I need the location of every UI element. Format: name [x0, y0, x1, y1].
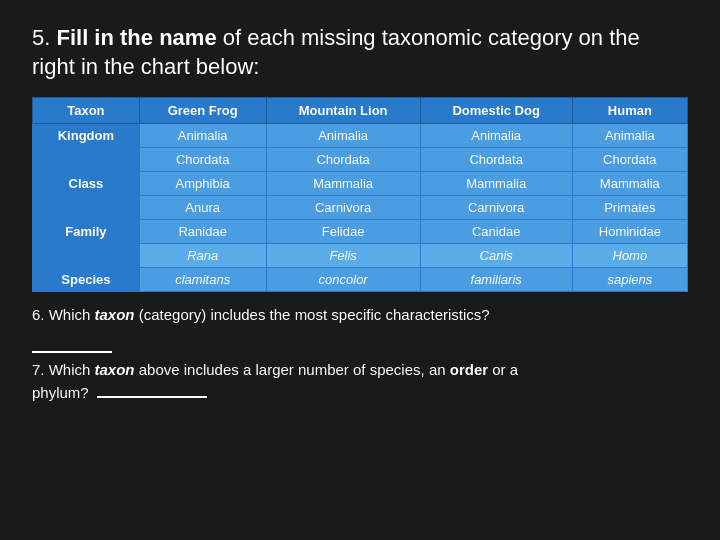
- table-row: AnuraCarnivoraCarnivoraPrimates: [33, 196, 688, 220]
- table-cell-value: clamitans: [139, 268, 266, 292]
- table-cell-value: Mammalia: [420, 172, 572, 196]
- taxonomy-table: Taxon Green Frog Mountain Lion Domestic …: [32, 97, 688, 292]
- table-cell-value: Hominidae: [572, 220, 687, 244]
- q6-number: 6.: [32, 306, 45, 323]
- col-header-mountain-lion: Mountain Lion: [266, 98, 420, 124]
- table-cell-value: Rana: [139, 244, 266, 268]
- table-cell-taxon: Family: [33, 220, 140, 244]
- table-cell-value: Animalia: [266, 124, 420, 148]
- col-header-human: Human: [572, 98, 687, 124]
- table-cell-value: Amphibia: [139, 172, 266, 196]
- table-cell-value: Canis: [420, 244, 572, 268]
- table-cell-taxon: [33, 196, 140, 220]
- table-cell-value: Ranidae: [139, 220, 266, 244]
- col-header-taxon: Taxon: [33, 98, 140, 124]
- table-cell-taxon: Class: [33, 172, 140, 196]
- question-7-line2: phylum?: [32, 384, 688, 401]
- table-cell-value: Anura: [139, 196, 266, 220]
- table-cell-value: Chordata: [266, 148, 420, 172]
- page-container: 5. Fill in the name of each missing taxo…: [32, 24, 688, 401]
- q6-blank-line: [32, 331, 688, 357]
- q6-taxon: taxon: [95, 306, 135, 323]
- table-cell-taxon: Species: [33, 268, 140, 292]
- title-number: 5.: [32, 25, 50, 50]
- table-cell-value: Animalia: [572, 124, 687, 148]
- q7-text-mid: above includes a larger number of specie…: [135, 361, 450, 378]
- table-row: RanaFelisCanisHomo: [33, 244, 688, 268]
- table-cell-value: Chordata: [572, 148, 687, 172]
- q7-text-or: or a: [488, 361, 518, 378]
- table-header-row: Taxon Green Frog Mountain Lion Domestic …: [33, 98, 688, 124]
- q7-order: order: [450, 361, 488, 378]
- title-bold: Fill in the name: [56, 25, 216, 50]
- table-cell-value: sapiens: [572, 268, 687, 292]
- question-7: 7. Which taxon above includes a larger n…: [32, 361, 688, 378]
- table-cell-value: Carnivora: [420, 196, 572, 220]
- q7-taxon: taxon: [95, 361, 135, 378]
- table-row: FamilyRanidaeFelidaeCanidaeHominidae: [33, 220, 688, 244]
- table-cell-taxon: Kingdom: [33, 124, 140, 148]
- taxonomy-table-wrapper: Taxon Green Frog Mountain Lion Domestic …: [32, 97, 688, 292]
- q7-text-pre: Which: [49, 361, 95, 378]
- table-cell-value: Homo: [572, 244, 687, 268]
- table-cell-value: Felis: [266, 244, 420, 268]
- q7-answer-blank: [97, 396, 207, 398]
- q6-answer-blank: [32, 339, 112, 353]
- q7-phylum-label: phylum?: [32, 384, 89, 401]
- col-header-green-frog: Green Frog: [139, 98, 266, 124]
- table-cell-value: Mammalia: [266, 172, 420, 196]
- table-cell-value: concolor: [266, 268, 420, 292]
- question-6: 6. Which taxon (category) includes the m…: [32, 306, 688, 323]
- table-row: ClassAmphibiaMammaliaMammaliaMammalia: [33, 172, 688, 196]
- table-row: Speciesclamitansconcolorfamiliarissapien…: [33, 268, 688, 292]
- table-cell-value: Chordata: [139, 148, 266, 172]
- table-cell-value: Animalia: [139, 124, 266, 148]
- table-cell-value: Primates: [572, 196, 687, 220]
- q6-text-post: (category) includes the most specific ch…: [135, 306, 490, 323]
- table-row: KingdomAnimaliaAnimaliaAnimaliaAnimalia: [33, 124, 688, 148]
- question-title: 5. Fill in the name of each missing taxo…: [32, 24, 688, 81]
- table-cell-value: Chordata: [420, 148, 572, 172]
- table-row: ChordataChordataChordataChordata: [33, 148, 688, 172]
- q6-text-pre: Which: [49, 306, 95, 323]
- table-cell-taxon: [33, 148, 140, 172]
- table-cell-value: Mammalia: [572, 172, 687, 196]
- table-cell-value: Canidae: [420, 220, 572, 244]
- table-cell-value: Felidae: [266, 220, 420, 244]
- table-cell-value: familiaris: [420, 268, 572, 292]
- q7-number: 7.: [32, 361, 45, 378]
- table-cell-value: Animalia: [420, 124, 572, 148]
- col-header-domestic-dog: Domestic Dog: [420, 98, 572, 124]
- table-cell-taxon: [33, 244, 140, 268]
- table-cell-value: Carnivora: [266, 196, 420, 220]
